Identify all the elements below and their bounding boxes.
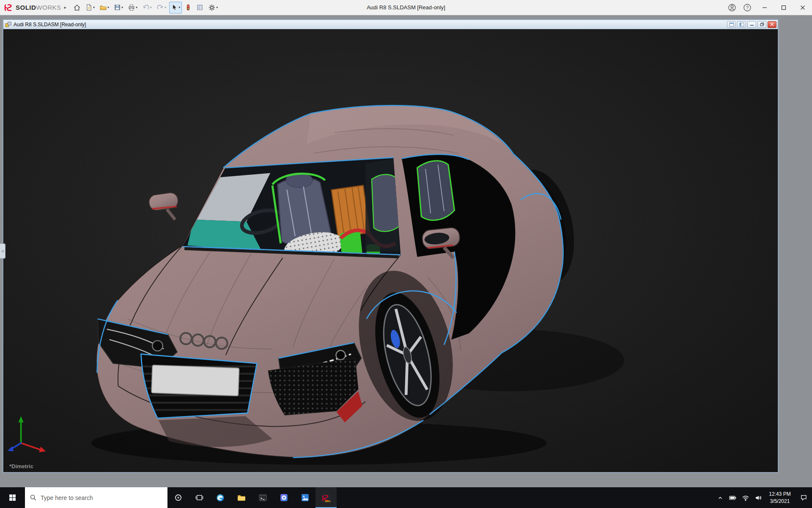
document-titlebar[interactable]: Audi R8 S.SLDASM [Read-only] <box>3 20 778 29</box>
rebuild-icon <box>185 4 192 11</box>
save-button[interactable]: ▾ <box>112 2 125 14</box>
doc-restore-button[interactable] <box>757 21 766 28</box>
search-icon <box>30 494 37 501</box>
document-window: Audi R8 S.SLDASM [Read-only] <box>3 19 778 472</box>
brand-light: WORKS <box>36 4 61 11</box>
svg-text:?: ? <box>746 5 749 10</box>
file-explorer-button[interactable] <box>231 487 252 508</box>
file-properties-icon <box>196 4 203 11</box>
featuremanager-flyout-handle[interactable] <box>0 243 5 259</box>
toolbar-expand-icon[interactable]: ▸ <box>64 5 67 10</box>
print-dropdown-icon[interactable]: ▾ <box>136 6 137 9</box>
terminal-icon <box>258 493 267 502</box>
undo-button[interactable]: ▾ <box>140 2 154 14</box>
save-icon <box>114 4 121 11</box>
clock-date: 3/5/2021 <box>766 498 793 505</box>
options-button[interactable]: ▾ <box>206 2 219 14</box>
select-cursor-icon <box>171 4 178 11</box>
notification-icon <box>800 494 807 501</box>
home-icon <box>73 4 81 11</box>
help-button[interactable]: ? <box>740 0 755 15</box>
new-dropdown-icon[interactable]: ▾ <box>93 6 95 9</box>
photos-button[interactable] <box>294 487 315 508</box>
windows-logo-icon <box>9 494 16 501</box>
3ds-logo-icon <box>4 3 14 12</box>
media-player-button[interactable] <box>273 487 294 508</box>
wifi-icon <box>742 494 749 502</box>
select-dropdown-icon[interactable]: ▾ <box>178 6 180 9</box>
solidworks-logo: SOLIDWORKS ▸ <box>0 3 71 12</box>
new-document-button[interactable]: ▾ <box>84 2 96 14</box>
select-tool-button[interactable]: ▾ <box>169 2 182 14</box>
close-button[interactable] <box>793 0 812 15</box>
volume-icon <box>754 494 762 502</box>
brand-bold: SOLID <box>16 4 36 11</box>
save-dropdown-icon[interactable]: ▾ <box>121 6 123 9</box>
gear-icon <box>208 4 216 11</box>
search-input[interactable] <box>41 494 163 501</box>
minimize-icon <box>762 5 767 10</box>
hidden-icons-button[interactable] <box>714 487 727 508</box>
cortana-button[interactable] <box>167 487 189 508</box>
viewport[interactable]: *Dimetric <box>3 29 778 472</box>
battery-indicator[interactable] <box>727 487 739 508</box>
battery-icon <box>729 494 737 502</box>
close-icon <box>800 5 805 10</box>
clock-time: 12:43 PM <box>766 491 793 497</box>
pane-previous-button[interactable] <box>727 21 736 28</box>
terminal-button[interactable] <box>252 487 273 508</box>
undo-dropdown-icon[interactable]: ▾ <box>150 6 152 9</box>
file-properties-button[interactable] <box>195 2 205 14</box>
pane-previous-icon <box>729 22 734 27</box>
media-player-icon <box>280 493 288 502</box>
pane-next-icon <box>739 22 744 27</box>
maximize-icon <box>781 5 786 10</box>
car-3d-model <box>3 29 778 472</box>
print-button[interactable]: ▾ <box>126 2 139 14</box>
view-orientation-label: *Dimetric <box>9 463 33 469</box>
flyout-dot-icon <box>2 250 4 252</box>
file-explorer-icon <box>237 493 246 502</box>
options-dropdown-icon[interactable]: ▾ <box>216 6 218 9</box>
redo-icon <box>156 4 164 11</box>
start-button[interactable] <box>0 487 25 508</box>
taskbar-search[interactable] <box>25 487 167 508</box>
doc-minimize-button[interactable] <box>747 21 756 28</box>
solidworks-app-icon: 2021 <box>321 493 331 503</box>
help-icon: ? <box>743 3 752 12</box>
undo-icon <box>142 4 150 11</box>
doc-close-button[interactable] <box>768 21 776 28</box>
doc-close-icon <box>770 22 774 26</box>
pane-next-button[interactable] <box>737 21 746 28</box>
taskbar: 2021 <box>0 487 812 508</box>
redo-dropdown-icon[interactable]: ▾ <box>165 6 166 9</box>
home-button[interactable] <box>71 2 82 14</box>
doc-restore-icon <box>760 22 764 26</box>
document-title: Audi R8 S.SLDASM [Read-only] <box>14 22 86 28</box>
task-view-button[interactable] <box>189 487 210 508</box>
task-view-icon <box>195 494 203 502</box>
app-title: Audi R8 S.SLDASM [Read-only] <box>367 0 445 15</box>
maximize-button[interactable] <box>774 0 793 15</box>
action-center-button[interactable] <box>795 487 812 508</box>
app-titlebar: SOLIDWORKS ▸ ▾ ▾ <box>0 0 812 15</box>
edge-button[interactable] <box>210 487 231 508</box>
redo-button[interactable]: ▾ <box>155 2 168 14</box>
minimize-button[interactable] <box>755 0 774 15</box>
doc-minimize-icon <box>750 22 754 26</box>
volume-indicator[interactable] <box>752 487 765 508</box>
account-button[interactable] <box>724 0 740 15</box>
cortana-icon <box>174 494 182 502</box>
solidworks-taskbar-button[interactable]: 2021 <box>315 487 337 508</box>
assembly-document-icon <box>5 22 11 28</box>
open-folder-icon <box>99 4 107 11</box>
open-button[interactable]: ▾ <box>98 2 111 14</box>
account-icon <box>728 3 736 12</box>
print-icon <box>128 4 135 11</box>
open-dropdown-icon[interactable]: ▾ <box>107 6 109 9</box>
photos-icon <box>301 493 310 502</box>
rebuild-button[interactable] <box>183 2 193 14</box>
edge-icon <box>216 493 225 502</box>
taskbar-clock[interactable]: 12:43 PM 3/5/2021 <box>765 491 795 504</box>
network-indicator[interactable] <box>739 487 752 508</box>
